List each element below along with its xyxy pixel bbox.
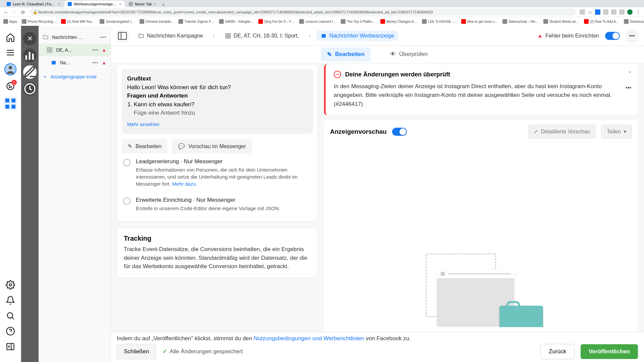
extension-icon[interactable] xyxy=(611,9,616,15)
share-button[interactable]: Teilen▾ xyxy=(601,125,632,138)
tree-ad[interactable]: Na… ••• ▲ xyxy=(39,56,110,69)
faq-answer-placeholder: Füge eine Antwort hinzu xyxy=(134,109,308,117)
close-button[interactable]: Schließen xyxy=(117,344,156,359)
more-button[interactable]: ••• xyxy=(626,30,638,42)
faq-heading: Fragen und Antworten xyxy=(127,92,308,100)
bookmark-item[interactable]: Download - Cooki… xyxy=(624,19,644,24)
option-advanced[interactable]: Erweiterte Einrichtung · Nur Messenger E… xyxy=(122,192,313,217)
tab-edit[interactable]: ✎Bearbeiten xyxy=(321,48,371,61)
bookmark-item[interactable]: LEE 'S HOUSE -… xyxy=(422,19,457,24)
bookmark-item[interactable]: (2) How To Add A… xyxy=(584,19,619,24)
grid-icon[interactable] xyxy=(4,97,17,110)
bookmark-item[interactable]: The Top 3 Platfor… xyxy=(341,19,376,24)
ad-icon xyxy=(51,60,57,66)
bell-icon[interactable] xyxy=(6,296,15,305)
detailed-preview-button[interactable]: ⤢Detaillierte Vorschau xyxy=(528,125,596,138)
star-icon[interactable]: ☆ xyxy=(588,9,592,15)
back-button[interactable]: Zurück xyxy=(540,344,575,359)
radio-icon[interactable] xyxy=(123,159,130,166)
crumb-ad[interactable]: Nachrichten Werbeanzeige xyxy=(317,31,398,41)
tree-adset[interactable]: DE, A… ••• ▲ xyxy=(39,44,110,56)
extension-icon[interactable] xyxy=(603,9,608,15)
bookmark-item[interactable]: GMSN - Vologda… xyxy=(219,19,254,24)
adset-icon xyxy=(47,47,53,53)
ad-icon xyxy=(321,33,327,39)
more-icon[interactable]: ••• xyxy=(92,60,98,65)
chart-icon[interactable] xyxy=(23,49,37,62)
bookmark-item[interactable]: Sonderangebot! |… xyxy=(100,19,135,24)
chevron-down-icon: ▾ xyxy=(624,128,626,135)
svg-rect-24 xyxy=(50,48,52,49)
svg-rect-27 xyxy=(52,61,56,65)
forward-icon[interactable]: → xyxy=(12,9,17,15)
preview-messenger-button[interactable]: 💬Vorschau im Messenger xyxy=(172,139,252,154)
browser-tab[interactable]: Leon R. Chaudhari | Facebook× xyxy=(3,1,64,7)
bookmark-item[interactable]: Money Changes E… xyxy=(380,19,417,24)
cookie-icon[interactable]: 1 xyxy=(6,81,15,91)
greeting-text: Hallo Leon! Was können wir für dich tun? xyxy=(127,83,308,92)
extension-icon[interactable] xyxy=(595,9,600,15)
terms-link[interactable]: Nutzungsbedingungen und Werberichtlinien xyxy=(254,335,364,342)
close-icon[interactable]: × xyxy=(58,2,60,6)
crumb-campaign[interactable]: Nachrichten Kampagne xyxy=(134,31,207,41)
preview-toggle[interactable] xyxy=(392,128,407,136)
browser-tab[interactable]: Neuer Tab× xyxy=(125,1,159,7)
close-icon[interactable]: × xyxy=(154,2,156,6)
edit-greeting-button[interactable]: ✎Bearbeiten xyxy=(122,139,167,154)
more-icon[interactable]: ••• xyxy=(626,85,631,91)
add-adset-button[interactable]: ＋ Anzeigengruppe erste xyxy=(39,69,110,84)
bookmark-item[interactable]: Qing Fei De Yi - Y… xyxy=(258,19,294,24)
bookmark-item[interactable]: Phone Recycling… xyxy=(22,19,56,24)
svg-rect-10 xyxy=(5,105,9,109)
bookmark-item[interactable]: How to get more v… xyxy=(461,19,498,24)
svg-rect-19 xyxy=(25,55,27,60)
edit-icon[interactable] xyxy=(23,65,37,79)
bookmark-item[interactable]: Lessons Learned f… xyxy=(299,19,336,24)
svg-point-5 xyxy=(9,85,9,86)
bookmark-item[interactable]: Student Wants an… xyxy=(543,19,579,24)
avatar[interactable] xyxy=(4,63,16,75)
show-more-link[interactable]: Mehr ansehen xyxy=(127,121,159,128)
profile-icon[interactable] xyxy=(627,9,633,15)
publish-button[interactable]: Veröffentlichen xyxy=(581,344,638,359)
more-icon[interactable]: ••• xyxy=(92,47,98,53)
tab-review[interactable]: 👁Überprüfen xyxy=(384,48,434,61)
history-icon[interactable] xyxy=(23,82,37,96)
url-input[interactable]: 🔒facebook.com/adsmanager/manage/ads/edit… xyxy=(30,8,576,16)
bookmarks-bar: Apps Phone Recycling… (1) How Will You… … xyxy=(0,17,644,26)
bookmark-item[interactable]: (1) How Will You… xyxy=(61,19,95,24)
home-icon[interactable] xyxy=(6,33,15,42)
ad-active-toggle[interactable] xyxy=(605,32,620,40)
reload-icon[interactable]: ⟳ xyxy=(21,9,26,15)
warning-icon: ▲ xyxy=(537,33,543,39)
crumb-adset[interactable]: DE, AT, CH, 18-30, I: Sport, xyxy=(221,31,303,41)
close-icon[interactable]: × xyxy=(119,2,121,6)
close-button[interactable]: ✕ xyxy=(23,32,37,45)
bookmark-item[interactable]: Tutorial: Eigene F… xyxy=(178,19,214,24)
extension-icon[interactable] xyxy=(580,9,585,15)
apps-button[interactable]: Apps xyxy=(3,19,17,24)
warning-icon: ▲ xyxy=(102,60,106,65)
check-icon: ✓ xyxy=(162,348,167,355)
collapse-icon[interactable] xyxy=(6,342,15,351)
menu-icon[interactable] xyxy=(6,48,15,57)
option-leadgen[interactable]: Leadgenerierung · Nur Messenger Erfasse … xyxy=(122,154,313,192)
menu-icon[interactable]: ⋮ xyxy=(635,9,641,15)
new-tab-button[interactable]: + xyxy=(160,2,167,7)
more-icon[interactable]: ••• xyxy=(100,35,106,40)
gear-icon[interactable] xyxy=(6,280,15,290)
help-icon[interactable] xyxy=(6,326,15,336)
panel-toggle-icon[interactable] xyxy=(117,30,128,42)
bookmark-item[interactable]: Chinese translati… xyxy=(140,19,174,24)
back-icon[interactable]: ← xyxy=(3,9,9,15)
learn-more-link[interactable]: Mehr dazu xyxy=(172,181,196,187)
address-bar: ← → ⟳ 🔒facebook.com/adsmanager/manage/ad… xyxy=(0,7,644,17)
browser-tab[interactable]: Werbeanzeigenmanager - We× xyxy=(64,1,125,7)
extension-icon[interactable] xyxy=(619,9,625,15)
chevron-right-icon: › xyxy=(309,33,311,39)
radio-icon[interactable] xyxy=(123,197,130,205)
tree-campaign[interactable]: Nachrichten … ••• xyxy=(39,31,110,44)
bookmark-item[interactable]: Datenschutz – Re… xyxy=(502,19,539,24)
chevron-up-icon[interactable]: ˄ xyxy=(629,71,631,77)
search-icon[interactable] xyxy=(6,311,15,320)
